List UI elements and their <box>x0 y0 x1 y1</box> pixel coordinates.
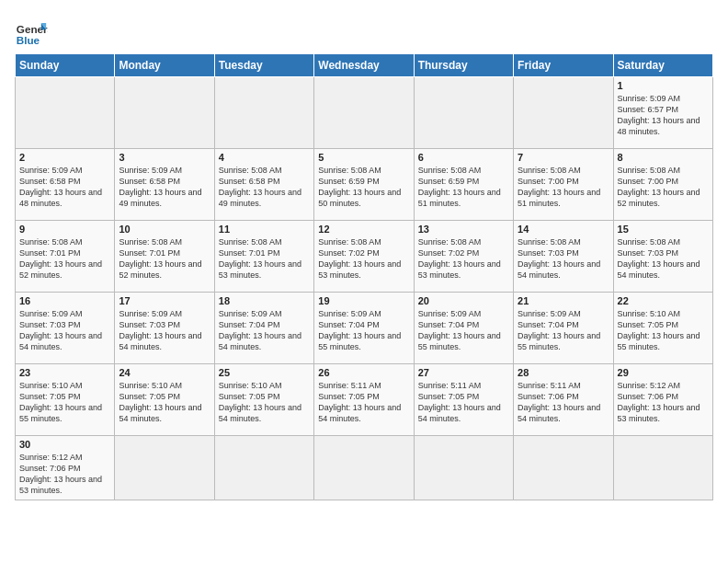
week-row-2: 9Sunrise: 5:08 AM Sunset: 7:01 PM Daylig… <box>16 221 713 293</box>
calendar-cell <box>414 436 513 500</box>
day-info: Sunrise: 5:08 AM Sunset: 6:59 PM Dayligh… <box>318 165 409 210</box>
day-info: Sunrise: 5:08 AM Sunset: 7:03 PM Dayligh… <box>518 236 609 282</box>
weekday-header-wednesday: Wednesday <box>314 54 414 77</box>
day-info: Sunrise: 5:09 AM Sunset: 7:04 PM Dayligh… <box>318 308 409 353</box>
calendar-cell: 15Sunrise: 5:08 AM Sunset: 7:03 PM Dayli… <box>613 221 712 293</box>
day-number: 9 <box>19 224 110 235</box>
weekday-header-friday: Friday <box>514 54 613 77</box>
calendar-cell: 25Sunrise: 5:10 AM Sunset: 7:05 PM Dayli… <box>214 364 313 436</box>
day-number: 16 <box>19 295 110 306</box>
day-info: Sunrise: 5:08 AM Sunset: 7:02 PM Dayligh… <box>318 236 409 282</box>
calendar-table: SundayMondayTuesdayWednesdayThursdayFrid… <box>15 53 713 500</box>
day-info: Sunrise: 5:08 AM Sunset: 6:59 PM Dayligh… <box>418 165 509 210</box>
calendar-cell: 30Sunrise: 5:12 AM Sunset: 7:06 PM Dayli… <box>16 436 115 500</box>
weekday-header-saturday: Saturday <box>613 54 712 77</box>
calendar-cell: 6Sunrise: 5:08 AM Sunset: 6:59 PM Daylig… <box>414 149 513 221</box>
calendar-cell: 11Sunrise: 5:08 AM Sunset: 7:01 PM Dayli… <box>214 221 313 293</box>
day-number: 24 <box>119 367 210 378</box>
day-info: Sunrise: 5:10 AM Sunset: 7:05 PM Dayligh… <box>219 380 310 425</box>
logo: General Blue <box>15 15 48 48</box>
day-number: 14 <box>518 224 609 235</box>
day-number: 23 <box>19 367 110 378</box>
calendar-cell: 10Sunrise: 5:08 AM Sunset: 7:01 PM Dayli… <box>115 221 214 293</box>
day-number: 10 <box>119 224 210 235</box>
calendar-cell: 26Sunrise: 5:11 AM Sunset: 7:05 PM Dayli… <box>314 364 414 436</box>
day-info: Sunrise: 5:10 AM Sunset: 7:05 PM Dayligh… <box>19 380 110 425</box>
day-number: 11 <box>219 224 310 235</box>
day-info: Sunrise: 5:09 AM Sunset: 6:58 PM Dayligh… <box>119 165 210 210</box>
calendar-cell <box>16 77 115 149</box>
day-number: 18 <box>219 295 310 306</box>
day-number: 15 <box>618 224 709 235</box>
day-info: Sunrise: 5:08 AM Sunset: 7:01 PM Dayligh… <box>19 236 110 282</box>
calendar-cell: 9Sunrise: 5:08 AM Sunset: 7:01 PM Daylig… <box>16 221 115 293</box>
calendar-cell: 14Sunrise: 5:08 AM Sunset: 7:03 PM Dayli… <box>514 221 613 293</box>
week-row-5: 30Sunrise: 5:12 AM Sunset: 7:06 PM Dayli… <box>16 436 713 500</box>
calendar-cell <box>414 77 513 149</box>
weekday-header-row: SundayMondayTuesdayWednesdayThursdayFrid… <box>16 54 713 77</box>
day-info: Sunrise: 5:09 AM Sunset: 7:04 PM Dayligh… <box>518 308 609 353</box>
day-number: 8 <box>618 152 709 163</box>
day-number: 5 <box>318 152 409 163</box>
day-number: 20 <box>418 295 509 306</box>
calendar-header: SundayMondayTuesdayWednesdayThursdayFrid… <box>16 54 713 77</box>
weekday-header-thursday: Thursday <box>414 54 513 77</box>
weekday-header-tuesday: Tuesday <box>214 54 313 77</box>
calendar-cell: 8Sunrise: 5:08 AM Sunset: 7:00 PM Daylig… <box>613 149 712 221</box>
calendar-cell <box>514 77 613 149</box>
general-blue-logo-icon: General Blue <box>15 15 48 48</box>
week-row-4: 23Sunrise: 5:10 AM Sunset: 7:05 PM Dayli… <box>16 364 713 436</box>
day-number: 3 <box>119 152 210 163</box>
day-info: Sunrise: 5:09 AM Sunset: 7:04 PM Dayligh… <box>219 308 310 353</box>
calendar-cell: 4Sunrise: 5:08 AM Sunset: 6:58 PM Daylig… <box>214 149 313 221</box>
week-row-3: 16Sunrise: 5:09 AM Sunset: 7:03 PM Dayli… <box>16 293 713 364</box>
day-number: 4 <box>219 152 310 163</box>
calendar-cell: 19Sunrise: 5:09 AM Sunset: 7:04 PM Dayli… <box>314 293 414 364</box>
day-number: 2 <box>19 152 110 163</box>
day-info: Sunrise: 5:09 AM Sunset: 6:57 PM Dayligh… <box>618 93 709 138</box>
calendar-cell: 21Sunrise: 5:09 AM Sunset: 7:04 PM Dayli… <box>514 293 613 364</box>
day-info: Sunrise: 5:11 AM Sunset: 7:05 PM Dayligh… <box>418 380 509 425</box>
calendar-cell: 5Sunrise: 5:08 AM Sunset: 6:59 PM Daylig… <box>314 149 414 221</box>
day-number: 19 <box>318 295 409 306</box>
week-row-0: 1Sunrise: 5:09 AM Sunset: 6:57 PM Daylig… <box>16 77 713 149</box>
calendar-cell: 13Sunrise: 5:08 AM Sunset: 7:02 PM Dayli… <box>414 221 513 293</box>
calendar-cell: 1Sunrise: 5:09 AM Sunset: 6:57 PM Daylig… <box>613 77 712 149</box>
day-number: 27 <box>418 367 509 378</box>
day-number: 28 <box>518 367 609 378</box>
calendar-cell: 17Sunrise: 5:09 AM Sunset: 7:03 PM Dayli… <box>115 293 214 364</box>
day-number: 6 <box>418 152 509 163</box>
day-number: 12 <box>318 224 409 235</box>
day-info: Sunrise: 5:08 AM Sunset: 7:02 PM Dayligh… <box>418 236 509 282</box>
day-number: 30 <box>19 439 110 450</box>
day-number: 29 <box>618 367 709 378</box>
day-info: Sunrise: 5:08 AM Sunset: 7:00 PM Dayligh… <box>618 165 709 210</box>
day-number: 1 <box>618 80 709 91</box>
calendar-cell <box>314 77 414 149</box>
week-row-1: 2Sunrise: 5:09 AM Sunset: 6:58 PM Daylig… <box>16 149 713 221</box>
calendar-cell: 3Sunrise: 5:09 AM Sunset: 6:58 PM Daylig… <box>115 149 214 221</box>
calendar-cell: 7Sunrise: 5:08 AM Sunset: 7:00 PM Daylig… <box>514 149 613 221</box>
calendar-cell: 2Sunrise: 5:09 AM Sunset: 6:58 PM Daylig… <box>16 149 115 221</box>
day-info: Sunrise: 5:09 AM Sunset: 6:58 PM Dayligh… <box>19 165 110 210</box>
day-number: 17 <box>119 295 210 306</box>
calendar-cell <box>214 436 313 500</box>
day-info: Sunrise: 5:08 AM Sunset: 7:00 PM Dayligh… <box>518 165 609 210</box>
day-info: Sunrise: 5:08 AM Sunset: 6:58 PM Dayligh… <box>219 165 310 210</box>
day-number: 25 <box>219 367 310 378</box>
day-info: Sunrise: 5:11 AM Sunset: 7:05 PM Dayligh… <box>318 380 409 425</box>
calendar-cell <box>115 77 214 149</box>
day-info: Sunrise: 5:09 AM Sunset: 7:04 PM Dayligh… <box>418 308 509 353</box>
calendar-cell: 24Sunrise: 5:10 AM Sunset: 7:05 PM Dayli… <box>115 364 214 436</box>
day-info: Sunrise: 5:08 AM Sunset: 7:01 PM Dayligh… <box>119 236 210 282</box>
calendar-cell <box>514 436 613 500</box>
calendar-cell: 22Sunrise: 5:10 AM Sunset: 7:05 PM Dayli… <box>613 293 712 364</box>
svg-text:Blue: Blue <box>17 34 40 46</box>
calendar-cell: 29Sunrise: 5:12 AM Sunset: 7:06 PM Dayli… <box>613 364 712 436</box>
calendar-cell: 20Sunrise: 5:09 AM Sunset: 7:04 PM Dayli… <box>414 293 513 364</box>
calendar-cell: 27Sunrise: 5:11 AM Sunset: 7:05 PM Dayli… <box>414 364 513 436</box>
calendar-cell: 16Sunrise: 5:09 AM Sunset: 7:03 PM Dayli… <box>16 293 115 364</box>
day-number: 22 <box>618 295 709 306</box>
weekday-header-sunday: Sunday <box>16 54 115 77</box>
calendar-body: 1Sunrise: 5:09 AM Sunset: 6:57 PM Daylig… <box>16 77 713 500</box>
